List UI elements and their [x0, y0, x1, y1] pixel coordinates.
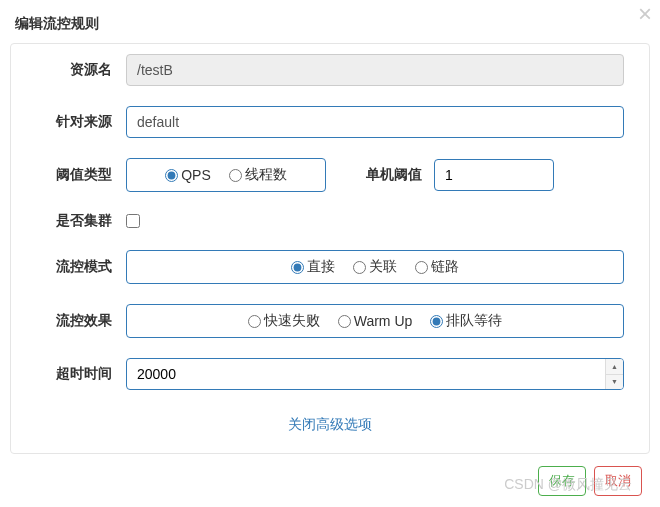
radio-group-grade: QPS 线程数 — [126, 158, 326, 192]
cancel-button[interactable]: 取消 — [594, 466, 642, 496]
label-limit-app: 针对来源 — [36, 113, 126, 131]
label-single-threshold: 单机阈值 — [326, 166, 434, 184]
radio-chain-input[interactable] — [415, 261, 428, 274]
label-cluster: 是否集群 — [36, 212, 126, 230]
spinner-timeout[interactable]: ▲ ▼ — [605, 359, 623, 389]
modal-body: 资源名 针对来源 阈值类型 QPS 线程数 — [10, 43, 650, 454]
save-button[interactable]: 保存 — [538, 466, 586, 496]
radio-relate-input[interactable] — [353, 261, 366, 274]
radio-qps-input[interactable] — [165, 169, 178, 182]
input-single-threshold[interactable] — [434, 159, 554, 191]
radio-group-strategy: 直接 关联 链路 — [126, 250, 624, 284]
edit-flow-rule-modal: 编辑流控规则 × 资源名 针对来源 阈值类型 QPS — [0, 0, 660, 504]
radio-warmup[interactable]: Warm Up — [338, 312, 413, 330]
input-resource-name — [126, 54, 624, 86]
input-timeout[interactable] — [126, 358, 624, 390]
row-resource-name: 资源名 — [36, 54, 624, 86]
radio-group-behavior: 快速失败 Warm Up 排队等待 — [126, 304, 624, 338]
radio-qps[interactable]: QPS — [165, 166, 211, 184]
radio-fastfail-input[interactable] — [248, 315, 261, 328]
radio-thread-input[interactable] — [229, 169, 242, 182]
toggle-advanced-link[interactable]: 关闭高级选项 — [36, 410, 624, 438]
modal-title: 编辑流控规则 — [15, 15, 99, 31]
radio-fastfail[interactable]: 快速失败 — [248, 312, 320, 330]
radio-direct-input[interactable] — [291, 261, 304, 274]
row-control-behavior: 流控效果 快速失败 Warm Up 排队等待 — [36, 304, 624, 338]
row-timeout: 超时时间 ▲ ▼ — [36, 358, 624, 390]
radio-relate[interactable]: 关联 — [353, 258, 397, 276]
checkbox-cluster[interactable] — [126, 214, 140, 228]
label-resource-name: 资源名 — [36, 61, 126, 79]
radio-thread[interactable]: 线程数 — [229, 166, 287, 184]
row-limit-app: 针对来源 — [36, 106, 624, 138]
input-limit-app[interactable] — [126, 106, 624, 138]
radio-warmup-input[interactable] — [338, 315, 351, 328]
close-icon[interactable]: × — [638, 2, 652, 26]
row-grade-type: 阈值类型 QPS 线程数 单机阈值 — [36, 158, 624, 192]
label-grade-type: 阈值类型 — [36, 166, 126, 184]
radio-direct[interactable]: 直接 — [291, 258, 335, 276]
row-cluster: 是否集群 — [36, 212, 624, 230]
radio-queue-input[interactable] — [430, 315, 443, 328]
spinner-up-icon[interactable]: ▲ — [606, 359, 623, 375]
spinner-down-icon[interactable]: ▼ — [606, 375, 623, 390]
radio-queue[interactable]: 排队等待 — [430, 312, 502, 330]
label-timeout: 超时时间 — [36, 365, 126, 383]
row-strategy: 流控模式 直接 关联 链路 — [36, 250, 624, 284]
label-control-behavior: 流控效果 — [36, 312, 126, 330]
radio-chain[interactable]: 链路 — [415, 258, 459, 276]
label-strategy: 流控模式 — [36, 258, 126, 276]
modal-header: 编辑流控规则 × — [0, 0, 660, 43]
modal-footer: 保存 取消 — [0, 454, 660, 504]
